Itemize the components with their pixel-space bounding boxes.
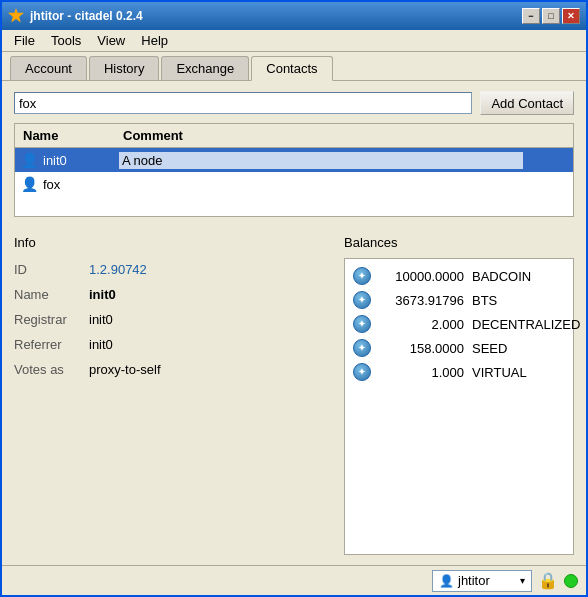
menu-help[interactable]: Help <box>133 31 176 50</box>
balance-amount: 158.0000 <box>379 341 464 356</box>
info-label-registrar: Registrar <box>14 312 79 327</box>
balance-currency: SEED <box>472 341 507 356</box>
menu-bar: File Tools View Help <box>2 30 586 52</box>
user-dropdown[interactable]: 👤 jhtitor ▾ <box>432 570 532 592</box>
balance-amount: 10000.0000 <box>379 269 464 284</box>
info-label-votes: Votes as <box>14 362 79 377</box>
balance-currency: BTS <box>472 293 497 308</box>
info-value-referrer: init0 <box>89 337 113 352</box>
info-panel: Info ID 1.2.90742 Name init0 Registrar i… <box>14 235 324 555</box>
balance-row: ✦ 3673.91796 BTS <box>353 291 565 309</box>
contact-comment <box>114 182 573 186</box>
contact-icon: 👤 <box>19 150 39 170</box>
contact-name: fox <box>39 175 114 194</box>
info-value-registrar: init0 <box>89 312 113 327</box>
balance-icon: ✦ <box>353 363 371 381</box>
balance-icon: ✦ <box>353 315 371 333</box>
connection-status-dot <box>564 574 578 588</box>
info-label-referrer: Referrer <box>14 337 79 352</box>
balance-row: ✦ 158.0000 SEED <box>353 339 565 357</box>
title-bar: jhtitor - citadel 0.2.4 − □ ✕ <box>2 2 586 30</box>
maximize-button[interactable]: □ <box>542 8 560 24</box>
balance-row: ✦ 2.000 DECENTRALIZED <box>353 315 565 333</box>
tab-history[interactable]: History <box>89 56 159 80</box>
main-window: jhtitor - citadel 0.2.4 − □ ✕ File Tools… <box>0 0 588 597</box>
balance-icon: ✦ <box>353 267 371 285</box>
info-value-id: 1.2.90742 <box>89 262 147 277</box>
info-row-name: Name init0 <box>14 287 324 302</box>
menu-tools[interactable]: Tools <box>43 31 89 50</box>
balance-amount: 2.000 <box>379 317 464 332</box>
username-label: jhtitor <box>458 573 516 588</box>
contact-icon: 👤 <box>19 174 39 194</box>
table-row[interactable]: 👤 fox <box>15 172 573 196</box>
contact-name: init0 <box>39 151 114 170</box>
tabs-bar: Account History Exchange Contacts <box>2 52 586 81</box>
window-title: jhtitor - citadel 0.2.4 <box>30 9 143 23</box>
menu-file[interactable]: File <box>6 31 43 50</box>
col-name-header: Name <box>15 127 115 144</box>
info-label-id: ID <box>14 262 79 277</box>
add-contact-button[interactable]: Add Contact <box>480 91 574 115</box>
chevron-down-icon: ▾ <box>520 575 525 586</box>
table-padding <box>15 196 573 216</box>
balance-row: ✦ 10000.0000 BADCOIN <box>353 267 565 285</box>
info-row-votes: Votes as proxy-to-self <box>14 362 324 377</box>
title-bar-left: jhtitor - citadel 0.2.4 <box>8 8 143 24</box>
balances-panel: Balances ✦ 10000.0000 BADCOIN ✦ 3673.917… <box>344 235 574 555</box>
close-button[interactable]: ✕ <box>562 8 580 24</box>
search-row: Add Contact <box>14 91 574 115</box>
app-icon <box>8 8 24 24</box>
title-bar-buttons: − □ ✕ <box>522 8 580 24</box>
tab-exchange[interactable]: Exchange <box>161 56 249 80</box>
balance-currency: VIRTUAL <box>472 365 527 380</box>
table-header: Name Comment <box>15 124 573 148</box>
table-row[interactable]: 👤 init0 <box>15 148 573 172</box>
balance-currency: DECENTRALIZED <box>472 317 580 332</box>
balance-row: ✦ 1.000 VIRTUAL <box>353 363 565 381</box>
balance-amount: 3673.91796 <box>379 293 464 308</box>
tab-contacts[interactable]: Contacts <box>251 56 332 81</box>
info-label-name: Name <box>14 287 79 302</box>
comment-input[interactable] <box>118 151 524 170</box>
info-section: Info ID 1.2.90742 Name init0 Registrar i… <box>14 235 574 555</box>
info-value-votes: proxy-to-self <box>89 362 161 377</box>
col-comment-header: Comment <box>115 127 573 144</box>
balance-currency: BADCOIN <box>472 269 531 284</box>
user-icon: 👤 <box>439 574 454 588</box>
info-title: Info <box>14 235 324 250</box>
tab-account[interactable]: Account <box>10 56 87 80</box>
balance-icon: ✦ <box>353 291 371 309</box>
info-row-id: ID 1.2.90742 <box>14 262 324 277</box>
contacts-table: Name Comment 👤 init0 👤 fox <box>14 123 574 217</box>
contact-comment <box>114 149 573 172</box>
balance-amount: 1.000 <box>379 365 464 380</box>
balance-icon: ✦ <box>353 339 371 357</box>
content-area: Add Contact Name Comment 👤 init0 👤 fox <box>2 81 586 565</box>
status-bar: 👤 jhtitor ▾ 🔒 <box>2 565 586 595</box>
balances-box: ✦ 10000.0000 BADCOIN ✦ 3673.91796 BTS ✦ … <box>344 258 574 555</box>
menu-view[interactable]: View <box>89 31 133 50</box>
minimize-button[interactable]: − <box>522 8 540 24</box>
info-value-name: init0 <box>89 287 116 302</box>
info-row-registrar: Registrar init0 <box>14 312 324 327</box>
lock-icon: 🔒 <box>538 571 558 590</box>
search-input[interactable] <box>14 92 472 114</box>
info-row-referrer: Referrer init0 <box>14 337 324 352</box>
balances-title: Balances <box>344 235 574 250</box>
